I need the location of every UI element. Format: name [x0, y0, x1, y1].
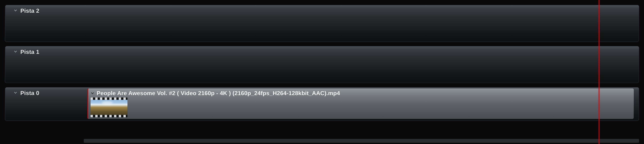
track-label: Pista 0 — [20, 90, 39, 96]
chevron-down-icon[interactable] — [14, 50, 17, 53]
chevron-down-icon[interactable] — [14, 8, 17, 12]
horizontal-scrollbar[interactable] — [84, 139, 639, 143]
track-row-2[interactable]: Pista 2 — [5, 5, 639, 42]
track-label: Pista 2 — [20, 7, 39, 14]
video-clip[interactable]: People Are Awesome Vol. #2 ( Video 2160p… — [88, 88, 634, 119]
track-header-2: Pista 2 — [5, 5, 86, 42]
thumbnail-image — [90, 100, 128, 115]
timeline[interactable]: Pista 2 Pista 1 Pista 0 — [0, 0, 644, 144]
track-label: Pista 1 — [20, 49, 39, 55]
track-header-0: Pista 0 — [5, 87, 86, 121]
playhead-line[interactable] — [599, 0, 600, 144]
track-row-1[interactable]: Pista 1 — [5, 46, 639, 83]
clip-thumbnail-strip — [90, 97, 632, 118]
chevron-down-icon[interactable] — [90, 91, 94, 95]
clip-title: People Are Awesome Vol. #2 ( Video 2160p… — [96, 90, 340, 96]
track-content-2[interactable] — [86, 5, 639, 42]
film-sprockets-top — [90, 97, 128, 100]
chevron-down-icon[interactable] — [14, 91, 17, 94]
track-row-0[interactable]: Pista 0 People Are Awesome Vol. #2 ( Vid… — [5, 87, 639, 121]
clip-thumbnail — [90, 97, 128, 117]
track-content-0[interactable]: People Are Awesome Vol. #2 ( Video 2160p… — [86, 87, 639, 121]
clip-titlebar: People Are Awesome Vol. #2 ( Video 2160p… — [90, 89, 632, 97]
film-sprockets-bottom — [90, 115, 128, 117]
track-header-1: Pista 1 — [5, 46, 86, 83]
track-content-1[interactable] — [86, 46, 639, 83]
